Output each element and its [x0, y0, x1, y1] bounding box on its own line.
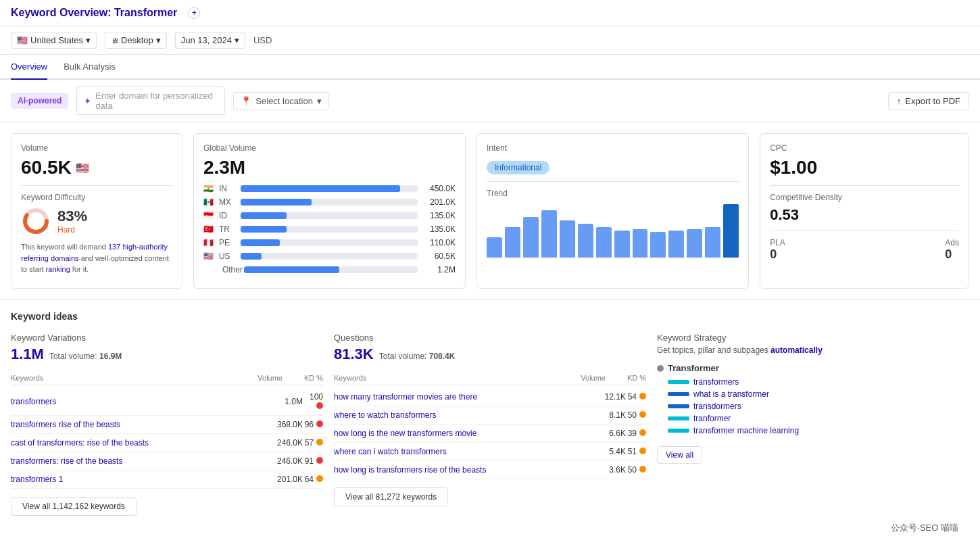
competitive-value: 0.53: [770, 206, 959, 224]
ads-item: Ads 0: [945, 238, 959, 262]
tabs-bar: Overview Bulk Analysis: [0, 55, 980, 80]
strategy-item[interactable]: transformer machine learning: [668, 426, 969, 435]
date-selector[interactable]: Jun 13, 2024 ▾: [175, 32, 245, 49]
strategy-item[interactable]: transdormers: [668, 402, 969, 411]
strategy-column: Keyword Strategy Get topics, pillar and …: [657, 333, 969, 516]
action-bar: AI-powered ✦ Enter domain for personaliz…: [0, 80, 980, 122]
competitive-label: Competitive Density: [770, 193, 959, 202]
intent-badge: Informational: [487, 161, 549, 174]
top-bar: Keyword Overview: Transformer +: [0, 0, 980, 26]
domain-input[interactable]: ✦ Enter domain for personalized data: [76, 87, 225, 115]
pla-ads-row: PLA 0 Ads 0: [770, 238, 959, 262]
cpc-label: CPC: [770, 143, 959, 153]
kd-dot: [639, 429, 646, 436]
questions-column: Questions 81.3K Total volume: 708.4K Key…: [334, 333, 646, 516]
add-keyword-icon[interactable]: +: [188, 7, 200, 19]
kd-dot: [639, 466, 646, 473]
chevron-down-icon: ▾: [86, 35, 91, 45]
table-row: how long is transformers rise of the bea…: [334, 461, 646, 479]
global-value: 2.3M: [203, 157, 456, 178]
trend-label: Trend: [487, 189, 739, 198]
country-row-other: Other 1.2M: [203, 265, 456, 274]
questions-table: Keywords Volume KD % how many transforme…: [334, 371, 646, 479]
flag-pe: 🇵🇪: [203, 238, 214, 247]
flag-tr: 🇹🇷: [203, 224, 214, 234]
table-row: transformers 1 201.0K 64: [11, 471, 323, 489]
strategy-description: Get topics, pillar and subpages automati…: [657, 345, 969, 355]
device-selector[interactable]: 🖥 Desktop ▾: [105, 32, 167, 49]
flag-us: 🇺🇸: [203, 251, 214, 261]
table-row: cast of transformers: rise of the beasts…: [11, 434, 323, 452]
chevron-down-icon: ▾: [156, 35, 161, 45]
cpc-card: CPC $1.00 Competitive Density 0.53 PLA 0…: [760, 133, 969, 289]
root-dot: [657, 365, 664, 372]
kd-link[interactable]: 137 high-authority referring domains: [21, 243, 168, 262]
volume-value: 60.5K: [21, 157, 72, 178]
tab-overview[interactable]: Overview: [11, 55, 47, 80]
flag-in: 🇮🇳: [203, 184, 214, 193]
kd-dot: [639, 448, 646, 454]
location-pin-icon: 📍: [241, 96, 251, 106]
intent-card: Intent Informational Trend: [476, 133, 749, 289]
strategy-item[interactable]: what is a transformer: [668, 389, 969, 399]
kd-dot: [316, 475, 323, 482]
view-all-questions-button[interactable]: View all 81,272 keywords: [334, 487, 448, 506]
strategy-bar: [668, 404, 689, 408]
toolbar: 🇺🇸 United States ▾ 🖥 Desktop ▾ Jun 13, 2…: [0, 26, 980, 55]
table-row: how many transformer movies are there 12…: [334, 388, 646, 406]
metrics-row: Volume 60.5K 🇺🇸 Keyword Difficulty 83% H…: [0, 122, 980, 300]
table-row: how long is the new transformers movie 6…: [334, 425, 646, 443]
strategy-tree: Transformer transformers what is a trans…: [657, 363, 969, 435]
strategy-root: Transformer: [657, 363, 969, 373]
ai-powered-button[interactable]: AI-powered: [11, 93, 68, 109]
volume-flag: 🇺🇸: [76, 162, 89, 174]
flag-mx: 🇲🇽: [203, 197, 214, 207]
view-all-strategy-link[interactable]: View all: [657, 446, 702, 464]
trend-chart: [487, 203, 739, 258]
desktop-icon: 🖥: [111, 37, 118, 45]
kd-dot: [316, 420, 323, 427]
variations-table: Keywords Volume KD % transformers 1.0M 1…: [11, 371, 323, 489]
kd-dot: [316, 439, 323, 446]
kd-dot: [639, 411, 646, 418]
kd-percent: 83%: [57, 208, 87, 225]
country-row-us: 🇺🇸 US 60.5K: [203, 251, 456, 261]
chevron-down-icon: ▾: [317, 96, 322, 106]
kd-difficulty: Hard: [57, 225, 87, 235]
global-volume-card: Global Volume 2.3M 🇮🇳 IN 450.0K 🇲🇽 MX 20…: [193, 133, 466, 289]
export-pdf-button[interactable]: ↑ Export to PDF: [888, 92, 969, 110]
page-title: Keyword Overview: Transformer: [11, 7, 177, 19]
kd-donut-chart: [21, 206, 51, 236]
table-row: transformers 1.0M 100: [11, 388, 323, 416]
currency-label: USD: [253, 35, 272, 45]
tab-bulk-analysis[interactable]: Bulk Analysis: [64, 55, 116, 80]
flag-icon: 🇺🇸: [17, 35, 28, 45]
sparkle-icon: ✦: [84, 96, 91, 106]
keyword-ideas-title: Keyword ideas: [11, 311, 969, 322]
variations-header: Keywords Volume KD %: [11, 371, 323, 385]
questions-header: Keywords Volume KD %: [334, 371, 646, 385]
chevron-down-icon: ▾: [235, 35, 239, 45]
global-label: Global Volume: [203, 143, 456, 153]
kd-row: 83% Hard: [21, 206, 172, 236]
location-selector[interactable]: 📍 Select location ▾: [233, 92, 329, 110]
table-row: transformers rise of the beasts 368.0K 9…: [11, 416, 323, 434]
intent-label: Intent: [487, 143, 739, 153]
watermark: 公众号·SEO 喵喵: [883, 516, 966, 527]
view-all-variations-button[interactable]: View all 1,142,162 keywords: [11, 497, 137, 516]
strategy-bar: [668, 380, 689, 384]
table-row: where to watch transformers 8.1K 50: [334, 406, 646, 425]
table-row: transformers: rise of the beasts 246.0K …: [11, 452, 323, 471]
strategy-bar: [668, 416, 689, 420]
variations-column: Keyword Variations 1.1M Total volume: 16…: [11, 333, 323, 516]
strategy-bar: [668, 392, 689, 396]
country-row-id: 🇮🇩 ID 135.0K: [203, 211, 456, 220]
strategy-item[interactable]: transformers: [668, 377, 969, 387]
country-selector[interactable]: 🇺🇸 United States ▾: [11, 32, 97, 49]
strategy-item[interactable]: tranformer: [668, 414, 969, 423]
strategy-bar: [668, 429, 689, 433]
kd-ranking-link[interactable]: ranking: [46, 265, 70, 273]
volume-label: Volume: [21, 143, 172, 153]
volume-card: Volume 60.5K 🇺🇸 Keyword Difficulty 83% H…: [11, 133, 182, 289]
flag-id: 🇮🇩: [203, 211, 214, 220]
